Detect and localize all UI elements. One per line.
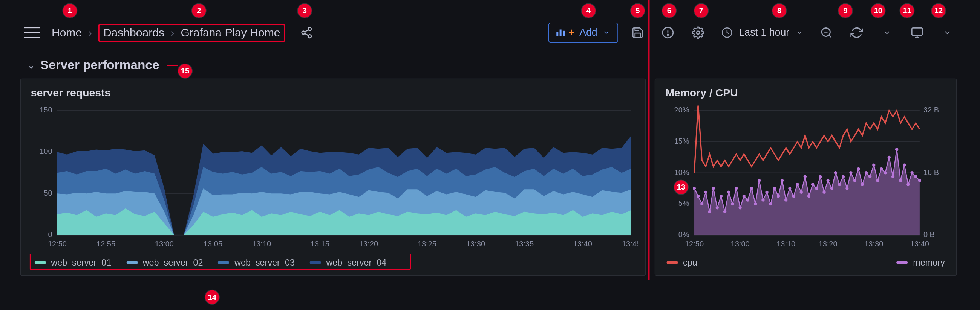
svg-point-79 (807, 195, 810, 198)
svg-text:13:00: 13:00 (155, 240, 174, 248)
svg-point-81 (815, 187, 818, 190)
callout-12: 12 (932, 4, 946, 18)
svg-text:13:15: 13:15 (310, 240, 329, 248)
row-toggle-server-performance[interactable]: ⌄ Server performance (16, 49, 965, 78)
svg-text:12:55: 12:55 (97, 240, 115, 248)
svg-text:12:50: 12:50 (685, 240, 704, 248)
grafana-dashboard-root: 1 2 3 4 5 6 7 8 9 10 11 12 13 14 15 Home… (0, 0, 980, 310)
svg-text:150: 150 (40, 106, 52, 114)
zoom-out-button[interactable] (816, 22, 837, 43)
svg-point-95 (869, 175, 872, 178)
svg-text:13:10: 13:10 (776, 240, 795, 248)
add-panel-button[interactable]: + Add (549, 22, 618, 43)
svg-point-90 (849, 171, 852, 174)
more-button[interactable] (937, 22, 958, 43)
share-icon[interactable] (301, 26, 313, 39)
svg-text:13:05: 13:05 (204, 240, 223, 248)
svg-point-102 (895, 148, 898, 151)
breadcrumb-dashboards[interactable]: Dashboards (103, 26, 164, 39)
svg-point-88 (842, 175, 845, 178)
svg-point-64 (750, 187, 753, 190)
time-range-label: Last 1 hour (739, 27, 789, 38)
svg-text:20%: 20% (674, 106, 689, 114)
svg-point-99 (883, 171, 886, 174)
svg-text:12:50: 12:50 (48, 240, 67, 248)
svg-point-108 (918, 179, 921, 182)
svg-point-7 (667, 34, 668, 35)
svg-point-49 (693, 187, 696, 190)
panel-title: Memory / CPU (663, 85, 949, 105)
top-bar: Home › Dashboards › Grafana Play Home + … (16, 16, 965, 49)
svg-point-50 (697, 195, 700, 198)
chart-server-requests[interactable]: 05010015012:5012:5513:0013:0513:1013:151… (28, 106, 638, 251)
legend-item[interactable]: cpu (667, 258, 697, 268)
legend-memory-cpu: cpu memory (663, 251, 949, 267)
chevron-right-icon: › (171, 26, 175, 39)
svg-point-96 (872, 163, 875, 166)
refresh-interval-button[interactable] (877, 22, 898, 43)
svg-point-69 (769, 202, 772, 206)
breadcrumb-current[interactable]: Grafana Play Home (181, 26, 280, 39)
callout-8: 8 (772, 4, 786, 18)
svg-point-89 (845, 187, 848, 190)
svg-point-80 (811, 183, 814, 186)
svg-point-62 (743, 195, 746, 198)
legend-item[interactable]: web_server_04 (310, 258, 387, 268)
dashboard-insights-button[interactable] (657, 22, 678, 43)
svg-point-83 (822, 191, 826, 194)
panel-server-requests[interactable]: server requests 05010015012:5012:5513:00… (20, 79, 646, 276)
svg-text:13:00: 13:00 (731, 240, 750, 248)
legend-server-requests: web_server_01 web_server_02 web_server_0… (28, 251, 638, 267)
svg-text:13:25: 13:25 (418, 240, 436, 248)
breadcrumb-home[interactable]: Home (52, 26, 82, 39)
callout-15: 15 (178, 64, 192, 78)
svg-point-57 (723, 210, 726, 213)
svg-point-72 (781, 179, 784, 182)
svg-point-8 (697, 31, 700, 34)
callout-4: 4 (582, 4, 595, 18)
svg-point-100 (888, 156, 891, 159)
legend-item[interactable]: web_server_01 (35, 258, 111, 268)
save-button[interactable] (627, 22, 648, 43)
callout-11: 11 (900, 4, 914, 18)
time-range-picker[interactable]: Last 1 hour (718, 27, 807, 38)
menu-toggle-button[interactable] (24, 27, 40, 38)
svg-point-82 (819, 175, 822, 178)
svg-point-67 (761, 198, 764, 201)
svg-point-70 (773, 187, 776, 190)
svg-text:15%: 15% (674, 137, 689, 145)
row-title: Server performance (40, 58, 159, 72)
svg-point-97 (876, 179, 879, 182)
svg-point-101 (891, 175, 894, 178)
toolbar: + Add Last 1 hour (549, 22, 958, 43)
add-label: Add (579, 27, 597, 38)
callout-3: 3 (298, 4, 312, 18)
svg-point-53 (708, 210, 711, 213)
svg-text:10%: 10% (674, 168, 689, 176)
panel-memory-cpu[interactable]: Memory / CPU 0%5%10%15%20%0 B16 B32 B12:… (655, 79, 957, 276)
svg-text:13:20: 13:20 (359, 240, 378, 248)
svg-point-86 (834, 171, 837, 174)
svg-point-74 (788, 187, 791, 190)
refresh-button[interactable] (846, 22, 867, 43)
svg-point-68 (765, 191, 768, 194)
svg-point-73 (784, 198, 788, 201)
svg-text:13:40: 13:40 (573, 240, 592, 248)
legend-item[interactable]: web_server_03 (218, 258, 295, 268)
svg-text:13:35: 13:35 (515, 240, 534, 248)
legend-item[interactable]: web_server_02 (126, 258, 203, 268)
tv-mode-button[interactable] (907, 22, 928, 43)
callout-6: 6 (662, 4, 676, 18)
svg-point-87 (838, 183, 841, 186)
settings-button[interactable] (687, 22, 709, 43)
chart-memory-cpu[interactable]: 0%5%10%15%20%0 B16 B32 B12:5013:0013:101… (663, 106, 949, 251)
svg-point-59 (731, 202, 734, 206)
svg-text:13:45: 13:45 (622, 240, 638, 248)
svg-point-93 (861, 183, 864, 186)
callout-13: 13 (674, 180, 688, 194)
legend-item[interactable]: memory (897, 258, 945, 268)
svg-text:13:40: 13:40 (910, 240, 929, 248)
callout-14: 14 (205, 291, 219, 304)
svg-point-58 (727, 191, 730, 194)
svg-text:16 B: 16 B (923, 168, 939, 176)
